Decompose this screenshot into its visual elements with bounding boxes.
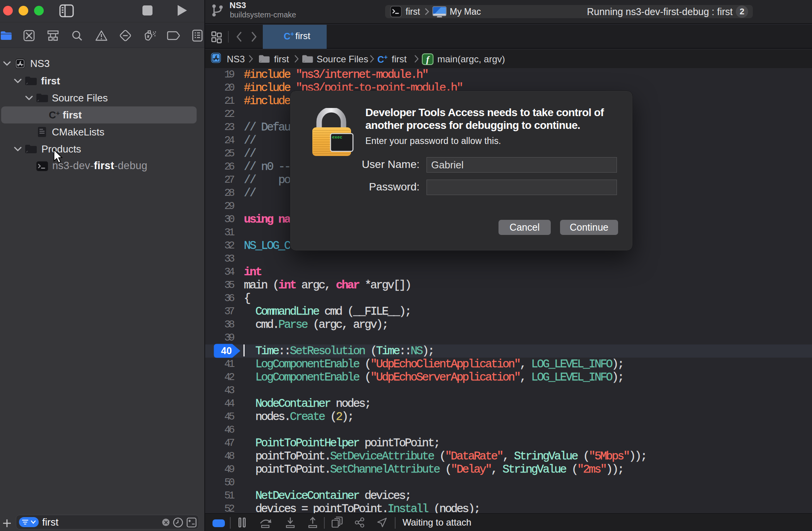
svg-text:exec: exec (332, 135, 342, 140)
